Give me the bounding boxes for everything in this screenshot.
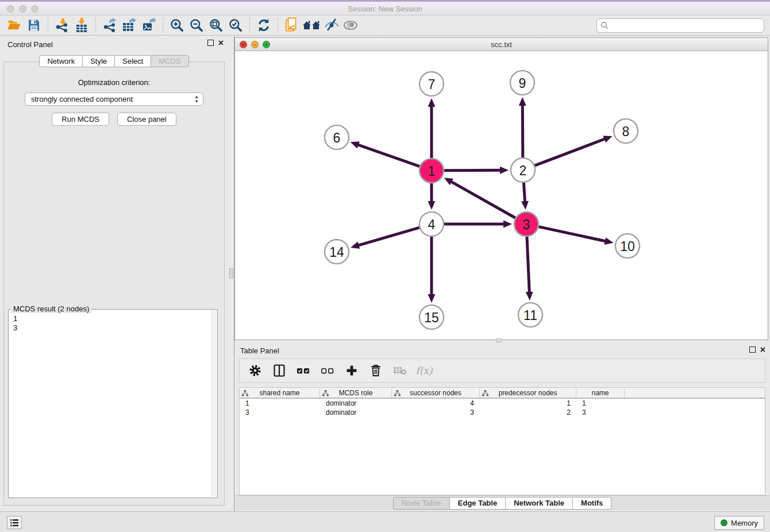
select-all-button[interactable] xyxy=(295,361,312,380)
import-table-button[interactable] xyxy=(72,17,91,34)
table-cell[interactable]: dominator xyxy=(320,408,392,417)
export-network-icon xyxy=(102,18,117,33)
graph-edge[interactable] xyxy=(527,237,529,293)
zoom-out-button[interactable] xyxy=(187,17,206,34)
tab-network[interactable]: Network xyxy=(39,55,82,67)
float-panel-icon[interactable] xyxy=(207,40,214,46)
result-scrollbar[interactable] xyxy=(211,310,217,497)
close-panel-button[interactable]: Close panel xyxy=(117,113,176,126)
graph-edge-arrowhead xyxy=(428,294,436,303)
graph-edge[interactable] xyxy=(535,138,606,165)
tab-style[interactable]: Style xyxy=(82,55,114,67)
graph-edge[interactable] xyxy=(539,227,606,241)
toolbar-separator xyxy=(95,18,96,33)
open-session-button[interactable] xyxy=(5,17,24,34)
zoom-out-icon xyxy=(189,18,204,33)
graph-edge[interactable] xyxy=(522,105,523,157)
tab-mcds[interactable]: MCDS xyxy=(151,55,188,67)
column-header-mcds-role[interactable]: MCDS role xyxy=(320,388,392,398)
unselect-all-button[interactable] xyxy=(319,361,336,380)
columns-icon xyxy=(272,364,286,377)
criterion-select[interactable]: strongly connected component ▲▼ xyxy=(25,92,203,106)
fit-content-button[interactable] xyxy=(206,17,226,34)
zoom-selected-button[interactable] xyxy=(226,17,245,34)
export-network-button[interactable] xyxy=(100,17,120,34)
tab-select[interactable]: Select xyxy=(114,55,151,67)
network-view-title: scc.txt xyxy=(235,40,768,49)
graph-edge-arrowhead xyxy=(428,98,436,107)
table-cell[interactable]: 3 xyxy=(240,408,320,417)
task-history-button[interactable] xyxy=(7,516,22,529)
graph-edge[interactable] xyxy=(451,182,515,218)
search-input[interactable] xyxy=(596,18,764,33)
export-image-button[interactable] xyxy=(139,17,159,34)
memory-button[interactable]: Memory xyxy=(714,516,764,530)
close-panel-icon[interactable]: × xyxy=(218,40,224,46)
first-network-button[interactable] xyxy=(282,17,302,34)
export-table-button[interactable] xyxy=(120,17,139,34)
column-header-successor-nodes[interactable]: successor nodes xyxy=(392,388,480,398)
network-canvas[interactable]: 7968124314101511 xyxy=(235,51,768,340)
table-cell[interactable]: 1 xyxy=(480,399,576,408)
save-session-button[interactable] xyxy=(24,17,44,34)
table-cell[interactable]: 1 xyxy=(576,399,625,408)
delete-table-button[interactable] xyxy=(391,361,409,380)
column-header-predecessor-nodes[interactable]: predecessor nodes xyxy=(480,388,576,398)
table-cell[interactable]: 1 xyxy=(240,399,320,408)
tab-edge-table[interactable]: Edge Table xyxy=(449,497,505,510)
import-network-button[interactable] xyxy=(52,17,72,34)
tab-node-table[interactable]: Node Table xyxy=(393,497,449,510)
control-panel-title: Control Panel xyxy=(7,40,53,49)
show-columns-button[interactable] xyxy=(271,361,288,380)
hide-graphics-details-button[interactable] xyxy=(321,17,341,34)
toolbar-separator xyxy=(163,18,163,33)
run-mcds-button[interactable]: Run MCDS xyxy=(52,113,109,126)
table-cell[interactable]: 3 xyxy=(576,408,625,417)
table-row[interactable]: 3dominator323 xyxy=(240,408,765,417)
eye-icon xyxy=(342,19,359,32)
graph-node-label: 11 xyxy=(523,308,537,323)
table-cell[interactable]: 4 xyxy=(392,399,480,408)
toolbar-separator xyxy=(249,18,250,33)
node-table[interactable]: shared name MCDS role successor nodes pr… xyxy=(239,387,765,495)
tab-network-table[interactable]: Network Table xyxy=(505,497,572,510)
divider-grip[interactable] xyxy=(229,268,233,279)
graph-edge-arrowhead xyxy=(503,221,512,228)
float-panel-icon[interactable] xyxy=(749,346,756,353)
zoom-in-button[interactable] xyxy=(167,17,187,34)
toolbar-separator xyxy=(48,18,48,33)
divider-grip[interactable] xyxy=(496,338,502,342)
graph-edge[interactable] xyxy=(444,170,501,171)
mcds-result-values: 1 3 xyxy=(9,310,217,333)
table-cell[interactable]: 3 xyxy=(392,408,480,417)
criterion-value: strongly connected component xyxy=(31,95,133,103)
graph-edge-arrowhead xyxy=(605,237,614,245)
network-window-titlebar[interactable]: × − + scc.txt xyxy=(235,38,768,51)
first-network-icon xyxy=(284,17,300,33)
graph-edge[interactable] xyxy=(523,183,525,202)
home-button[interactable] xyxy=(302,17,321,34)
table-row[interactable]: 1dominator411 xyxy=(240,399,765,408)
table-cell[interactable]: 2 xyxy=(480,408,576,417)
refresh-button[interactable] xyxy=(254,17,274,34)
function-builder-button[interactable]: f(x) xyxy=(415,361,433,380)
table-cell[interactable]: dominator xyxy=(320,399,392,408)
column-header-name[interactable]: name xyxy=(576,388,625,398)
trash-icon xyxy=(369,364,382,377)
close-panel-icon[interactable]: × xyxy=(760,346,765,353)
graph-edge-arrowhead xyxy=(521,201,529,210)
task-list-icon xyxy=(10,519,19,527)
gear-icon xyxy=(248,364,262,377)
mcds-result-title: MCDS result (2 nodes) xyxy=(11,304,91,313)
graph-edge-arrowhead xyxy=(526,292,533,300)
mcds-tab-content: Optimization criterion: strongly connect… xyxy=(3,61,225,506)
graph-edge[interactable] xyxy=(357,228,419,245)
show-graphics-details-button[interactable] xyxy=(341,17,360,34)
graph-edge[interactable] xyxy=(357,145,419,167)
add-row-button[interactable] xyxy=(343,361,360,380)
vertical-split-divider[interactable] xyxy=(228,36,234,511)
column-header-shared-name[interactable]: shared name xyxy=(240,388,320,398)
table-settings-button[interactable] xyxy=(247,361,264,380)
delete-row-button[interactable] xyxy=(367,361,384,380)
tab-motifs[interactable]: Motifs xyxy=(572,497,611,510)
